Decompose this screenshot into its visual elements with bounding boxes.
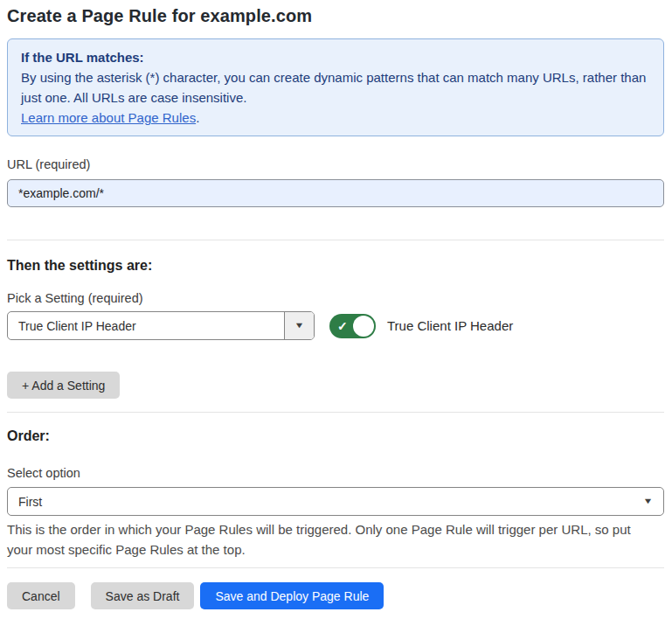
setting-toggle[interactable]: ✓ bbox=[329, 314, 376, 338]
setting-select[interactable]: True Client IP Header ▼ bbox=[7, 311, 315, 340]
chevron-down-icon: ▼ bbox=[294, 322, 304, 330]
setting-select-value: True Client IP Header bbox=[8, 319, 284, 333]
setting-select-arrow-button[interactable]: ▼ bbox=[284, 312, 314, 339]
check-icon: ✓ bbox=[337, 319, 348, 331]
link-suffix: . bbox=[196, 110, 199, 125]
setting-toggle-label: True Client IP Header bbox=[387, 318, 513, 333]
divider bbox=[7, 412, 664, 413]
order-select-label: Select option bbox=[7, 464, 664, 482]
save-deploy-button[interactable]: Save and Deploy Page Rule bbox=[200, 582, 384, 609]
divider bbox=[7, 240, 664, 240]
order-heading: Order: bbox=[7, 428, 664, 445]
setting-row: True Client IP Header ▼ ✓ True Client IP… bbox=[7, 311, 664, 340]
url-match-info-box: If the URL matches: By using the asteris… bbox=[7, 38, 664, 136]
order-helper-text: This is the order in which your Page Rul… bbox=[7, 519, 654, 560]
order-select[interactable]: First ▼ bbox=[7, 487, 664, 516]
add-setting-button[interactable]: + Add a Setting bbox=[7, 372, 120, 399]
learn-more-link[interactable]: Learn more about Page Rules bbox=[21, 110, 196, 125]
pick-setting-label: Pick a Setting (required) bbox=[7, 290, 664, 306]
page-title: Create a Page Rule for example.com bbox=[7, 0, 664, 27]
info-box-body: By using the asterisk (*) character, you… bbox=[21, 67, 650, 108]
settings-heading: Then the settings are: bbox=[7, 257, 664, 275]
info-box-heading: If the URL matches: bbox=[21, 47, 650, 67]
url-label: URL (required) bbox=[7, 156, 664, 173]
save-draft-button[interactable]: Save as Draft bbox=[91, 582, 195, 609]
info-box-link-line: Learn more about Page Rules. bbox=[21, 108, 650, 128]
toggle-knob bbox=[353, 316, 374, 337]
order-select-value: First bbox=[8, 495, 52, 509]
chevron-down-icon: ▼ bbox=[643, 497, 654, 505]
order-select-arrow: ▼ bbox=[644, 497, 663, 505]
divider bbox=[7, 567, 664, 568]
url-input[interactable] bbox=[7, 179, 664, 207]
create-page-rule-form: Create a Page Rule for example.com If th… bbox=[0, 0, 672, 609]
action-buttons: Cancel Save as Draft Save and Deploy Pag… bbox=[7, 582, 664, 609]
cancel-button[interactable]: Cancel bbox=[7, 582, 75, 609]
